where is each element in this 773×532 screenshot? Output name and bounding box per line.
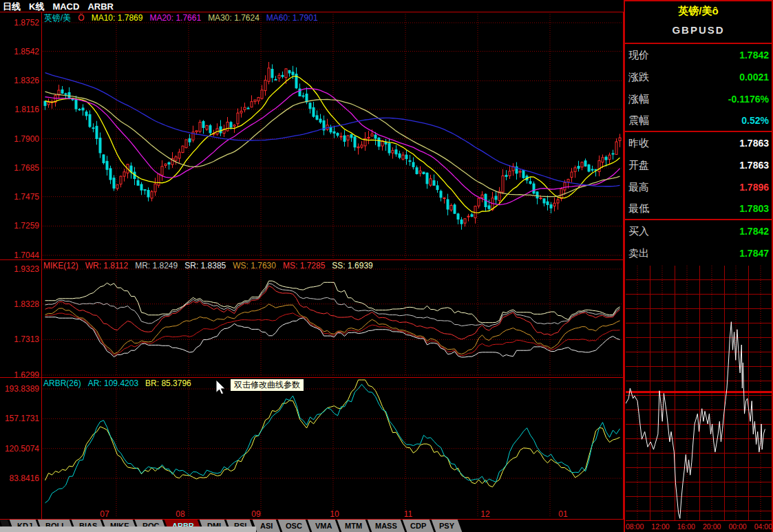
quote-label-2: 涨幅 [628,93,649,106]
mike-axis-tick-0: 1.9323 [14,264,39,274]
time-label-0: 08:00 [626,522,644,531]
quote-value-8: 1.7842 [739,226,769,237]
month-label-12: 12 [480,509,489,519]
time-label-3: 20:00 [703,522,721,531]
tab-psy[interactable]: PSY [432,520,463,532]
mike-seg-3: SR: 1.8385 [184,261,226,270]
quote-value-1: 0.0021 [739,72,769,83]
quote-sidebar: 英镑/美ô GBPUSD 现价1.7842涨跌0.0021涨幅-0.1176%震… [624,0,773,532]
tab-mass[interactable]: MASS [368,520,405,532]
quote-value-0: 1.7842 [739,50,769,61]
arbr-axis-tick-0: 193.8389 [5,384,39,394]
mike-seg-2: MR: 1.8249 [135,261,178,270]
month-label-11: 11 [404,509,412,519]
tab-cdp[interactable]: CDP [403,520,434,532]
quote-row-2: 涨幅-0.1176% [625,88,772,110]
main-axis-tick-7: 1.7259 [14,221,39,231]
legend-seg-3: MA20: 1.7661 [149,13,201,23]
chart-mode-item-1[interactable]: K线 [29,1,44,12]
quote-row-0: 现价1.7842 [625,44,772,66]
month-label-07: 07 [100,509,109,519]
tab-label-cdp: CDP [410,522,426,530]
main-axis-tick-3: 1.8116 [14,105,39,114]
mike-seg-4: WS: 1.7630 [233,261,276,270]
quote-label-6: 最高 [628,181,649,194]
quote-row-7: 最低1.7803 [625,198,772,220]
time-label-4: 00:00 [728,522,746,531]
tab-label-vma: VMA [315,522,332,530]
main-axis-tick-5: 1.7685 [14,163,39,173]
month-label-08: 08 [176,509,184,519]
arbr-panel-plot[interactable] [42,379,623,519]
tab-vma[interactable]: VMA [307,520,339,532]
mike-axis-tick-3: 1.6299 [14,370,39,380]
symbol-title: 英镑/美ô [625,5,772,18]
quote-label-7: 最低 [628,202,649,215]
legend-seg-0: 英镑/美 [44,13,71,23]
main-axis-tick-8: 1.7044 [14,251,39,260]
horizontal-scrollbar[interactable] [0,526,256,532]
mike-seg-6: SS: 1.6939 [332,261,372,270]
tooltip: 双击修改曲线参数 [230,379,304,392]
quote-value-3: 0.52% [741,115,769,126]
arbr-axis-tick-1: 157.1731 [5,414,39,423]
quote-value-9: 1.7847 [739,248,769,259]
tab-label-mtm: MTM [345,522,362,530]
chart-mode-item-2[interactable]: MACD [52,1,79,12]
quote-label-5: 开盘 [628,159,649,172]
time-label-5: 04:00 [754,522,772,531]
tab-mtm[interactable]: MTM [337,520,370,532]
mouse-cursor-icon [215,379,226,396]
legend-seg-2: MA10: 1.7869 [92,13,143,23]
chart-mode-title-bar: 日线K线MACDARBR [3,1,122,11]
time-label-1: 12:00 [651,522,669,531]
month-label-09: 09 [251,509,260,519]
tab-label-asi: ASI [260,522,273,530]
quote-table: 现价1.7842涨跌0.0021涨幅-0.1176%震幅0.52%昨收1.786… [625,43,772,264]
intraday-chart[interactable] [626,266,772,521]
main-axis-tick-0: 1.8752 [14,18,39,28]
main-chart-legend: 英镑/美ÖMA10: 1.7869MA20: 1.7661MA30: 1.762… [44,13,325,23]
quote-row-4: 昨收1.7863 [625,132,772,154]
quote-value-6: 1.7896 [739,182,769,193]
main-axis-tick-6: 1.7475 [14,192,39,202]
legend-seg-5: MA60: 1.7901 [266,13,318,23]
tab-osc[interactable]: OSC [278,520,310,532]
quote-label-1: 涨跌 [628,71,649,84]
mike-seg-0: MIKE(12) [43,261,78,270]
month-label-10: 10 [330,509,339,519]
quote-row-3: 震幅0.52% [625,110,772,132]
symbol-code: GBPUSD [625,24,772,36]
mike-seg-1: WR: 1.8112 [85,261,128,270]
main-chart-plot[interactable] [42,14,623,258]
quote-value-5: 1.7863 [739,160,769,171]
quote-value-4: 1.7863 [739,138,769,149]
mike-panel-plot[interactable] [42,262,623,376]
tab-label-mass: MASS [375,522,397,530]
tab-label-psy: PSY [439,522,454,530]
quote-label-8: 买入 [628,225,649,238]
chart-mode-item-3[interactable]: ARBR [87,1,114,12]
mike-seg-5: MS: 1.7285 [283,261,325,270]
tab-label-osc: OSC [286,522,302,530]
quote-row-1: 涨跌0.0021 [625,66,772,88]
quote-row-8: 买入1.7842 [625,220,772,242]
arbr-seg-1: AR: 109.4203 [88,379,138,388]
main-axis-tick-4: 1.7900 [14,134,39,144]
arbr-seg-2: BR: 85.3796 [145,379,191,388]
quote-label-4: 昨收 [628,137,649,150]
quote-row-6: 最高1.7896 [625,176,772,198]
quote-row-9: 卖出1.7847 [625,242,772,264]
main-axis-tick-2: 1.8326 [14,76,39,85]
tab-asi[interactable]: ASI [252,520,280,532]
main-axis-tick-1: 1.8542 [14,47,39,56]
x-axis-month-labels: 07080910111201 [0,509,625,518]
intraday-time-axis: 08:0012:0016:0020:0000:0004:00 [626,522,772,531]
arbr-seg-0: ARBR(26) [43,379,81,388]
mike-indicator-header: MIKE(12)WR: 1.8112MR: 1.8249SR: 1.8385WS… [43,261,380,270]
legend-seg-1: Ö [78,13,84,23]
trading-app-window: 日线K线MACDARBR 1.87521.85421.83261.81161.7… [0,0,773,532]
quote-label-9: 卖出 [628,247,649,260]
month-label-01: 01 [558,509,567,519]
chart-mode-item-0[interactable]: 日线 [3,1,21,12]
